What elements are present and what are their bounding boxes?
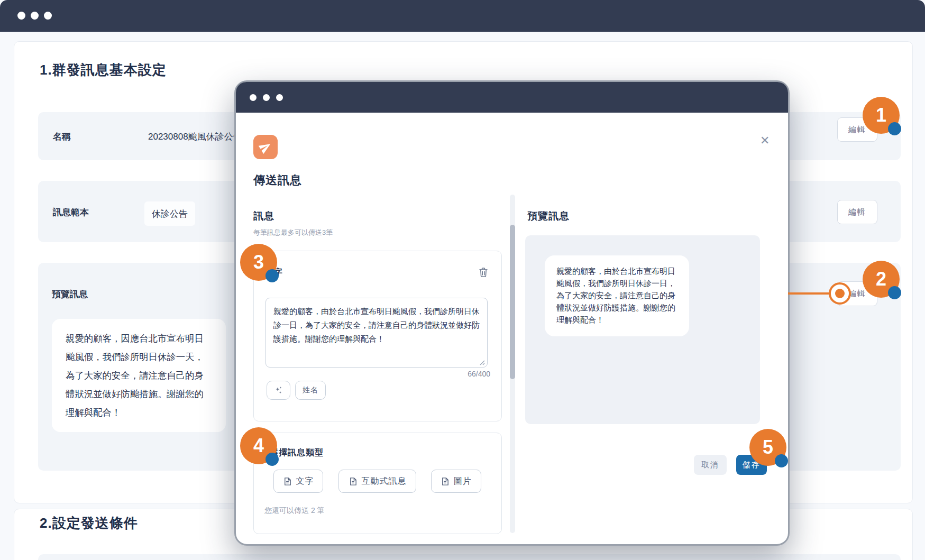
row-name-label: 名稱 — [53, 131, 71, 143]
message-textarea[interactable]: 親愛的顧客，由於台北市宣布明日颱風假，我們診所明日休診一日，為了大家的安全，請注… — [265, 298, 488, 368]
step2-target-dot — [835, 289, 845, 298]
window-dot-icon — [263, 94, 270, 101]
modal-preview-bubble-text: 親愛的顧客，由於台北市宣布明日颱風假，我們診所明日休診一日，為了大家的安全，請注… — [556, 265, 676, 326]
row-preview-label: 預覽訊息 — [52, 288, 88, 300]
ai-sparkles-button[interactable] — [267, 381, 290, 400]
screen: 1.群發訊息基本設定 名稱 20230808颱風休診公告 編輯 訊息範本 休診公… — [0, 0, 925, 560]
step-badge-2: 2 — [863, 261, 900, 298]
step-badge-1: 1 — [863, 97, 900, 134]
modal-window-controls — [250, 94, 283, 101]
cancel-button[interactable]: 取消 — [694, 455, 727, 475]
step-badge-blue-dot — [775, 454, 788, 467]
step-badge-blue-dot — [265, 269, 279, 282]
edit-template-button[interactable]: 編輯 — [837, 200, 877, 224]
window-dot-icon — [17, 12, 25, 20]
insert-name-chip[interactable]: 姓名 — [295, 381, 326, 400]
step-badge-1-number: 1 — [876, 104, 886, 126]
window-dot-icon — [250, 94, 257, 101]
modal-scrollbar-thumb[interactable] — [510, 225, 515, 379]
template-select[interactable]: 休診公告 — [144, 201, 195, 226]
page-preview-bubble: 親愛的顧客，因應台北市宣布明日颱風假，我們診所明日休診一天，為了大家的安全，請注… — [52, 319, 226, 432]
close-icon[interactable]: ✕ — [760, 135, 770, 146]
window-controls — [17, 12, 52, 20]
step-badge-blue-dot — [265, 453, 279, 466]
sparkles-icon — [274, 385, 283, 395]
window-dot-icon — [31, 12, 39, 20]
section2-title: 2.設定發送條件 — [40, 514, 138, 533]
modal-preview-bubble: 親愛的顧客，由於台北市宣布明日颱風假，我們診所明日休診一日，為了大家的安全，請注… — [545, 255, 689, 336]
step-badge-3-number: 3 — [253, 251, 264, 273]
type-interactive-button[interactable]: 互動式訊息 — [338, 470, 416, 493]
page-preview-bubble-text: 親愛的顧客，因應台北市宣布明日颱風假，我們診所明日休診一天，為了大家的安全，請注… — [66, 329, 205, 422]
step-badge-4: 4 — [240, 427, 277, 464]
document-icon — [283, 477, 292, 486]
char-counter: 66/400 — [437, 370, 490, 378]
section1-title: 1.群發訊息基本設定 — [40, 61, 167, 79]
type-interactive-label: 互動式訊息 — [362, 476, 407, 487]
type-image-button[interactable]: 圖片 — [431, 470, 481, 493]
modal-titlebar — [236, 82, 788, 113]
row-template-label: 訊息範本 — [53, 206, 89, 218]
type-text-button[interactable]: 文字 — [273, 470, 323, 493]
step-badge-4-number: 4 — [253, 435, 264, 457]
resize-handle-icon[interactable] — [478, 358, 485, 365]
message-heading: 訊息 — [253, 209, 274, 223]
preview-heading: 預覽訊息 — [527, 209, 570, 223]
type-text-label: 文字 — [296, 476, 314, 487]
step-badge-2-number: 2 — [876, 268, 886, 290]
modal-title: 傳送訊息 — [253, 172, 302, 188]
trash-icon[interactable] — [478, 267, 489, 278]
paper-plane-icon — [257, 138, 274, 155]
step-badge-5-number: 5 — [763, 436, 773, 458]
remaining-count-text: 您還可以傳送 2 筆 — [264, 506, 325, 516]
step-badge-5: 5 — [749, 429, 786, 466]
document-icon — [441, 477, 450, 486]
step-badge-3: 3 — [240, 244, 277, 281]
document-icon — [349, 477, 358, 486]
browser-titlebar — [0, 0, 925, 32]
row-name-value: 20230808颱風休診公告 — [148, 131, 242, 143]
section2-subcard — [38, 554, 901, 560]
step2-connector-line — [788, 292, 832, 295]
window-dot-icon — [44, 12, 52, 20]
step-badge-blue-dot — [888, 286, 901, 299]
message-hint: 每筆訊息最多可以傳送3筆 — [253, 228, 333, 237]
window-dot-icon — [276, 94, 283, 101]
insert-name-chip-label: 姓名 — [303, 385, 318, 395]
type-image-label: 圖片 — [454, 476, 472, 487]
step-badge-blue-dot — [888, 122, 901, 135]
send-app-icon — [253, 135, 278, 159]
